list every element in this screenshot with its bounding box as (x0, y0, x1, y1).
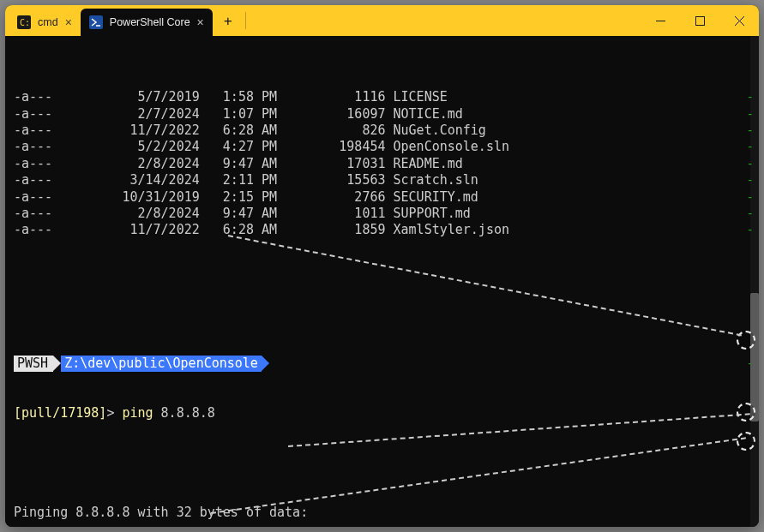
app-window: C: cmd × PowerShell Core × + (5, 5, 759, 527)
chevron-right-icon (53, 356, 61, 371)
powershell-icon (89, 15, 103, 29)
file-row: -a--- 5/7/2019 1:58 PM 1116 LICENSE- (14, 89, 757, 105)
tab-close-icon[interactable]: × (65, 15, 72, 29)
tab-close-icon[interactable]: × (197, 15, 204, 29)
terminal-viewport[interactable]: -a--- 5/7/2019 1:58 PM 1116 LICENSE--a--… (5, 36, 759, 527)
plus-icon: + (224, 13, 232, 29)
titlebar-divider (245, 12, 246, 29)
file-row: -a--- 10/31/2019 2:15 PM 2766 SECURITY.m… (14, 189, 757, 206)
svg-text:C:: C: (20, 18, 30, 27)
file-row: -a--- 2/8/2024 9:47 AM 17031 README.md- (14, 156, 757, 172)
window-controls (641, 5, 759, 36)
command-line: [pull/17198]> ping 8.8.8.8 (14, 405, 757, 421)
file-row: -a--- 5/2/2024 4:27 PM 198454 OpenConsol… (14, 139, 757, 155)
annotation-circle (737, 432, 755, 451)
tab-strip: C: cmd × PowerShell Core × (5, 5, 213, 36)
annotation-circle (737, 403, 755, 421)
titlebar: C: cmd × PowerShell Core × + (5, 5, 759, 36)
tab-powershell-core[interactable]: PowerShell Core × (81, 9, 213, 36)
shell-segment: PWSH (14, 356, 53, 372)
file-row: -a--- 11/7/2022 6:28 AM 1859 XamlStyler.… (14, 222, 757, 238)
scrollbar[interactable] (750, 36, 759, 527)
file-row: -a--- 3/14/2024 2:11 PM 15563 Scratch.sl… (14, 172, 757, 188)
file-row: -a--- 2/7/2024 1:07 PM 16097 NOTICE.md- (14, 106, 757, 123)
prompt-line: PWSHZ:\dev\public\OpenConsole - (14, 356, 757, 372)
path-segment: Z:\dev\public\OpenConsole (61, 356, 262, 372)
file-row: -a--- 2/8/2024 9:47 AM 1011 SUPPORT.md- (14, 206, 757, 222)
tab-label: cmd (38, 16, 58, 28)
cmd-icon: C: (17, 15, 31, 29)
minimize-button[interactable] (641, 5, 680, 36)
output-line: Pinging 8.8.8.8 with 32 bytes of data: (14, 505, 757, 521)
file-row: -a--- 11/7/2022 6:28 AM 826 NuGet.Config… (14, 123, 757, 139)
scrollbar-thumb[interactable] (750, 293, 759, 421)
new-tab-button[interactable]: + (213, 5, 244, 36)
tab-cmd[interactable]: C: cmd × (9, 9, 81, 36)
close-window-button[interactable] (719, 5, 759, 36)
maximize-button[interactable] (680, 5, 719, 36)
drag-region[interactable] (248, 5, 641, 36)
chevron-right-icon (262, 356, 269, 371)
svg-rect-5 (695, 16, 704, 25)
tab-label: PowerShell Core (110, 16, 190, 28)
